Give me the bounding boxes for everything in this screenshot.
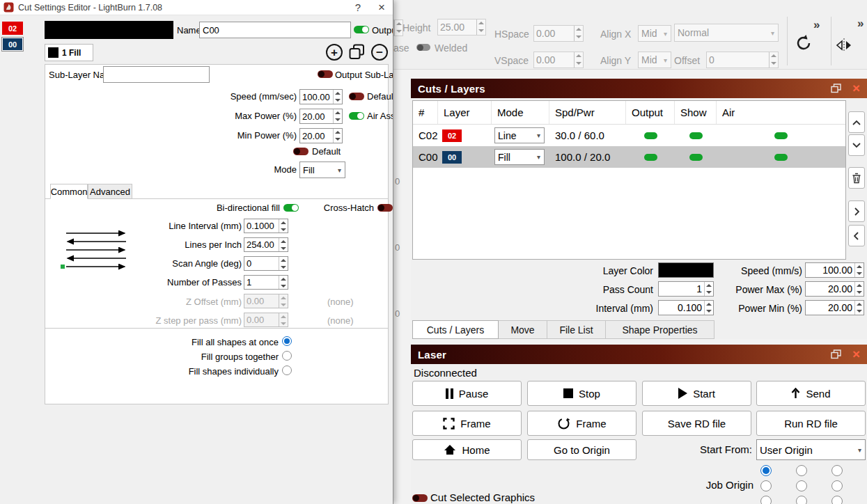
spinner-arrows[interactable] (854, 263, 864, 277)
job-origin-radio[interactable] (831, 465, 843, 476)
add-sublayer-button[interactable]: + (326, 44, 343, 61)
spinner-arrows[interactable] (279, 257, 288, 270)
offset-spinner[interactable]: 0 (706, 52, 779, 68)
close-panel-icon[interactable]: × (852, 345, 860, 363)
spinner-arrows[interactable] (279, 276, 288, 289)
speed-default-toggle[interactable] (349, 93, 364, 100)
job-origin-radio[interactable] (796, 496, 807, 504)
spinner-arrows[interactable] (574, 52, 583, 68)
sublayer-tab[interactable]: 1 Fill (45, 44, 93, 61)
stop-button[interactable]: Stop (527, 381, 636, 406)
pause-button[interactable]: Pause (412, 381, 522, 406)
air-toggle[interactable] (774, 154, 788, 161)
spinner-arrows[interactable] (279, 219, 288, 233)
align-y-combo[interactable]: Mid▾ (638, 52, 671, 68)
help-button[interactable]: ? (346, 0, 370, 15)
col-header[interactable]: Air (717, 101, 845, 124)
bidirectional-fill-toggle[interactable] (283, 204, 299, 212)
duplicate-sublayer-icon[interactable] (348, 43, 366, 63)
spinner-arrows[interactable] (574, 26, 583, 41)
output-sublayer-toggle[interactable] (318, 70, 333, 78)
job-origin-radio[interactable] (831, 480, 843, 491)
layer-color-swatch[interactable] (45, 21, 173, 39)
mode-combo[interactable]: Fill▾ (299, 162, 345, 178)
tab-advanced[interactable]: Advanced (88, 184, 132, 199)
show-toggle[interactable] (689, 154, 703, 161)
fill-all-shapes-radio[interactable] (282, 336, 292, 346)
welded-toggle[interactable] (416, 44, 430, 51)
min-power-spinner[interactable]: 20.00 (299, 128, 343, 143)
max-power-spinner[interactable]: 20.00 (299, 109, 343, 124)
spinner-arrows[interactable] (854, 282, 864, 296)
spinner-arrows[interactable] (333, 129, 342, 143)
output-toggle[interactable] (644, 154, 657, 161)
name-input[interactable] (199, 22, 351, 38)
spinner-arrows[interactable] (476, 19, 485, 35)
delete-layer-button[interactable] (848, 167, 865, 189)
job-origin-radio[interactable] (760, 496, 772, 504)
show-toggle[interactable] (689, 132, 703, 139)
layer-color-chip[interactable]: 02 (442, 129, 462, 142)
tab-move[interactable]: Move (499, 320, 547, 339)
table-row[interactable]: C02 02 Line▾ 30.0 / 60.0 (413, 125, 845, 146)
job-origin-radio[interactable] (760, 465, 772, 476)
output-toggle[interactable] (644, 132, 657, 139)
col-header[interactable]: Spd/Pwr (549, 101, 626, 124)
tab-common[interactable]: Common (50, 184, 88, 199)
normal-combo[interactable]: Normal▾ (674, 24, 779, 42)
toolbar-overflow-chevron[interactable]: » (813, 18, 820, 32)
hspace-spinner[interactable]: 0.00 (533, 25, 584, 42)
lines-per-inch-spinner[interactable]: 254.00 (244, 237, 288, 252)
sublayer-name-input[interactable] (103, 66, 210, 83)
fill-shapes-individually-radio[interactable] (282, 365, 292, 375)
job-origin-radio[interactable] (760, 480, 772, 491)
align-x-combo[interactable]: Mid▾ (638, 25, 671, 42)
spinner-arrows[interactable] (279, 238, 288, 251)
power-default-toggle[interactable] (293, 148, 308, 155)
col-header[interactable]: Mode (492, 101, 549, 124)
spinner-arrows[interactable] (769, 52, 778, 68)
vspace-spinner[interactable]: 0.00 (533, 52, 584, 68)
tab-cuts-layers[interactable]: Cuts / Layers (412, 320, 499, 339)
clipped-spinner-arrows[interactable] (393, 19, 403, 36)
job-origin-radio[interactable] (831, 496, 843, 504)
cut-selected-graphics-toggle[interactable] (412, 494, 428, 502)
tab-shape-properties[interactable]: Shape Properties (606, 320, 714, 339)
float-panel-icon[interactable] (831, 349, 841, 359)
col-header[interactable]: Layer (438, 101, 492, 124)
job-origin-radio[interactable] (796, 465, 807, 476)
air-toggle[interactable] (774, 132, 788, 139)
cross-hatch-toggle[interactable] (377, 204, 393, 212)
speed-spinner[interactable]: 100.00 (805, 262, 864, 278)
start-button[interactable]: Start (642, 381, 751, 406)
height-spinner[interactable]: 25.00 (437, 19, 486, 36)
table-row-selected[interactable]: C00 00 Fill▾ 100.0 / 20.0 (413, 146, 845, 168)
rotate-icon[interactable] (795, 33, 813, 56)
dialog-titlebar[interactable]: Cut Settings Editor - LightBurn 1.7.08 ?… (0, 0, 393, 15)
go-to-origin-button[interactable]: Go to Origin (527, 439, 636, 460)
remove-sublayer-button[interactable]: − (371, 44, 388, 61)
power-min-spinner[interactable]: 20.00 (805, 300, 864, 315)
spinner-arrows[interactable] (854, 301, 864, 315)
col-header[interactable]: # (413, 101, 438, 124)
move-layer-down-button[interactable] (848, 134, 865, 156)
close-dialog-button[interactable]: × (370, 0, 393, 15)
layer-color-chip[interactable]: 00 (442, 151, 462, 164)
line-interval-spinner[interactable]: 0.1000 (244, 219, 288, 233)
scan-angle-spinner[interactable]: 0 (244, 256, 288, 271)
send-button[interactable]: Send (756, 381, 866, 406)
save-rd-file-button[interactable]: Save RD file (642, 411, 751, 436)
mirror-icon[interactable] (835, 38, 853, 56)
home-button[interactable]: Home (412, 439, 522, 460)
frame-circle-button[interactable]: Frame (527, 411, 636, 436)
toolbar-overflow-chevron[interactable]: » (857, 17, 864, 31)
start-from-combo[interactable]: User Origin▾ (756, 439, 866, 460)
output-toggle[interactable] (354, 26, 369, 33)
spinner-arrows[interactable] (333, 109, 342, 123)
mode-combo[interactable]: Line▾ (494, 127, 545, 143)
mode-combo[interactable]: Fill▾ (494, 149, 545, 165)
spinner-arrows[interactable] (333, 90, 342, 104)
speed-spinner[interactable]: 100.00 (299, 89, 343, 104)
panel-left-button[interactable] (848, 225, 865, 246)
close-panel-icon[interactable]: × (852, 79, 860, 97)
